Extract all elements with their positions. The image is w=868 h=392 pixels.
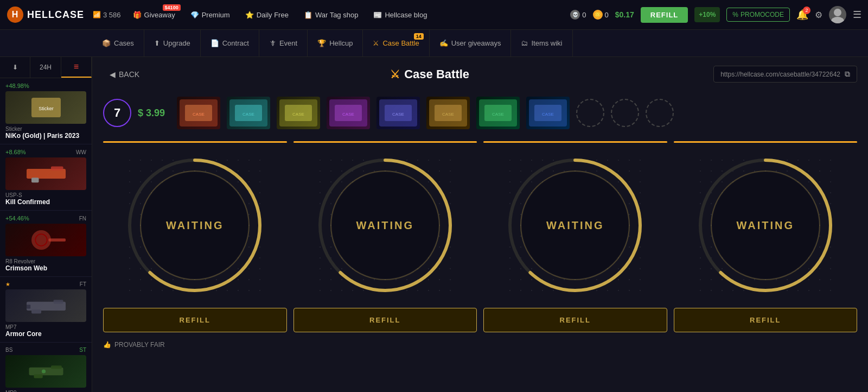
signal-icon: 📶 <box>93 11 101 18</box>
sidebar-item-skin2[interactable]: +8.68% WW USP-S Kill Confirmed <box>0 144 92 211</box>
svg-text:CASE: CASE <box>342 112 354 117</box>
tag-icon: 📋 <box>304 11 312 19</box>
waiting-circle-3: WAITING <box>505 155 646 296</box>
copy-url-button[interactable]: ⧉ <box>845 69 850 79</box>
hamburger-button[interactable]: ☰ <box>853 9 861 21</box>
swords-title-icon: ⚔ <box>390 68 400 81</box>
nav-hellcup[interactable]: 🏆 Hellcup <box>308 30 363 57</box>
case-thumb-8[interactable]: CASE <box>526 97 570 129</box>
fairness-icon: 👍 <box>103 341 111 349</box>
svg-rect-14 <box>31 309 41 313</box>
refill-lane3-button[interactable]: REFILL <box>483 308 667 332</box>
lane4-progress <box>674 141 858 143</box>
lane2-progress <box>293 141 477 143</box>
copy-icon: ⧉ <box>845 69 850 78</box>
swords-icon: ⚔ <box>373 39 379 47</box>
daily-free-nav-item[interactable]: ⭐ Daily Free <box>242 9 292 21</box>
settings-button[interactable]: ⚙ <box>815 10 822 20</box>
notification-badge: 2 <box>803 7 810 14</box>
waiting-text-1: WAITING <box>166 219 224 232</box>
war-tag-nav-item[interactable]: 📋 War Tag shop <box>301 9 362 21</box>
sidebar: ⬇ 24H ≡ +48.98% Sticker Sticker NiKo (Go… <box>0 57 92 392</box>
provably-fair-link[interactable]: 👍 PROVABLY FAIR <box>103 341 857 349</box>
skin2-pct: +8.68% <box>5 149 26 155</box>
sidebar-tabs: ⬇ 24H ≡ <box>0 57 92 78</box>
giveaway-badge: $4100 <box>163 4 181 11</box>
skin5-grade-bs: BS <box>5 347 12 353</box>
sidebar-tab-filter[interactable]: ≡ <box>61 57 92 78</box>
svg-text:CASE: CASE <box>292 112 304 117</box>
sidebar-tab-24h[interactable]: 24H <box>30 57 61 78</box>
case-thumb-2[interactable]: CASE <box>227 97 270 129</box>
battle-lane-3: WAITING REFILL <box>483 149 667 332</box>
case-thumb-7[interactable]: CASE <box>476 97 520 129</box>
case-thumb-4[interactable]: CASE <box>327 97 370 129</box>
sidebar-tab-drop[interactable]: ⬇ <box>0 57 30 78</box>
nav-event[interactable]: 🗡 Event <box>259 30 308 57</box>
svg-rect-15 <box>27 305 30 308</box>
svg-text:CASE: CASE <box>242 112 254 117</box>
waiting-text-3: WAITING <box>546 219 604 232</box>
case-total-price: $ 3.99 <box>138 108 170 119</box>
waiting-text-2: WAITING <box>356 219 414 232</box>
contract-icon: 📄 <box>210 39 219 47</box>
usd-balance: $0.17 <box>615 10 634 19</box>
notification-button[interactable]: 🔔 2 <box>796 9 808 21</box>
main-layout: ⬇ 24H ≡ +48.98% Sticker Sticker NiKo (Go… <box>0 57 868 392</box>
svg-point-9 <box>31 230 51 250</box>
case-thumb-3[interactable]: CASE <box>277 97 320 129</box>
lane1-progress <box>103 141 287 143</box>
wiki-icon: 🗂 <box>521 39 528 47</box>
sidebar-item-skin1[interactable]: +48.98% Sticker Sticker NiKo (Gold) | Pa… <box>0 78 92 144</box>
svg-text:H: H <box>12 10 19 19</box>
filter-icon: ≡ <box>74 62 79 72</box>
empty-slot-3 <box>646 99 674 127</box>
nav-upgrade[interactable]: ⬆ Upgrade <box>144 30 201 57</box>
svg-rect-6 <box>27 169 66 179</box>
refill-lane4-button[interactable]: REFILL <box>674 308 858 332</box>
skin1-pct: +48.98% <box>5 83 29 89</box>
nav-contract[interactable]: 📄 Contract <box>201 30 259 57</box>
waiting-text-4: WAITING <box>736 219 794 232</box>
sidebar-item-skin5[interactable]: BS ST MP9 Bioleak <box>0 343 92 392</box>
nav-cases[interactable]: 📦 Cases <box>92 30 144 57</box>
nav-items-wiki[interactable]: 🗂 Items wiki <box>511 30 572 57</box>
refill-button[interactable]: REFILL <box>641 7 688 23</box>
refill-lane2-button[interactable]: REFILL <box>293 308 477 332</box>
upgrade-icon: ⬆ <box>154 39 160 47</box>
skull-icon: 💀 <box>570 10 580 20</box>
sidebar-item-skin3[interactable]: +54.46% FN R8 Revolver Crimson Web <box>0 211 92 277</box>
empty-slot-1 <box>576 99 604 127</box>
case-thumb-6[interactable]: CASE <box>426 97 470 129</box>
case-thumb-1[interactable]: CASE <box>177 97 220 129</box>
event-icon: 🗡 <box>269 39 276 47</box>
skin3-pct: +54.46% <box>5 215 29 222</box>
svg-rect-11 <box>48 238 66 241</box>
case-count: 7 <box>103 99 131 127</box>
top-navigation: H Hellcase 📶 3 586 🎁 Giveaway $4100 💎 Pr… <box>0 0 868 30</box>
svg-point-3 <box>831 17 844 23</box>
blog-nav-item[interactable]: 📰 Hellcase blog <box>370 9 430 21</box>
blog-icon: 📰 <box>373 11 382 19</box>
giveaway-nav-item[interactable]: 🎁 Giveaway $4100 <box>130 9 178 21</box>
premium-nav-item[interactable]: 💎 Premium <box>187 9 233 21</box>
battle-url-box: https://hellcase.com/casebattle/34722642… <box>713 66 857 83</box>
svg-text:Sticker: Sticker <box>39 106 54 111</box>
skin3-image <box>5 224 86 256</box>
svg-point-19 <box>41 369 45 373</box>
logo[interactable]: H Hellcase <box>7 6 84 23</box>
case-battle-header: ◀ BACK ⚔ Case Battle https://hellcase.co… <box>103 66 857 83</box>
skin3-grade: FN <box>79 216 86 222</box>
promocode-button[interactable]: % PROMOCODE <box>726 8 790 22</box>
case-thumb-5[interactable]: CASE <box>376 97 420 129</box>
sidebar-item-skin4[interactable]: ★ FT MP7 Armor Core <box>0 277 92 343</box>
plus-ten-button[interactable]: +10% <box>694 7 720 22</box>
nav-casebattle[interactable]: ⚔ Case Battle 14 <box>363 30 429 57</box>
waiting-circle-4: WAITING <box>695 155 836 296</box>
back-button[interactable]: ◀ BACK <box>103 67 146 82</box>
refill-lane1-button[interactable]: REFILL <box>103 308 287 332</box>
cases-icon: 📦 <box>102 39 111 47</box>
skin2-image <box>5 157 86 190</box>
user-avatar[interactable] <box>829 6 846 23</box>
nav-user-giveaways[interactable]: ✍ User giveaways <box>430 30 512 57</box>
